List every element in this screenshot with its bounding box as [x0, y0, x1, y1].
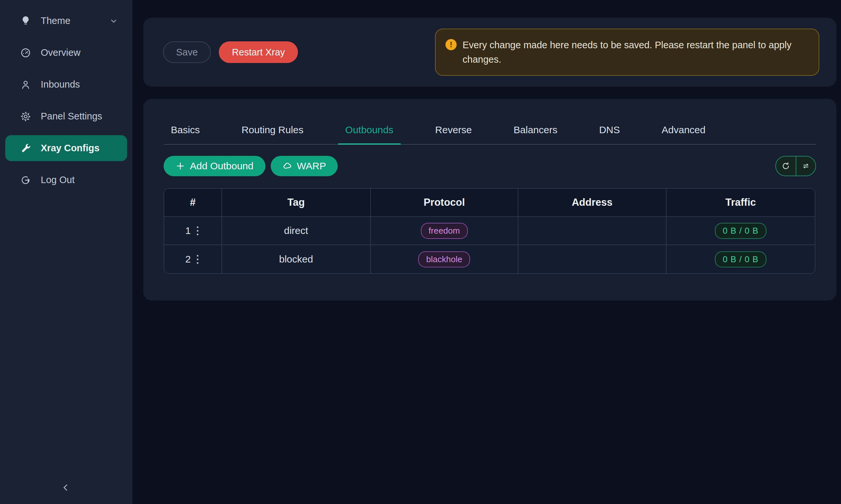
add-outbound-button[interactable]: Add Outbound: [164, 156, 265, 176]
tab-routing-rules[interactable]: Routing Rules: [234, 124, 310, 144]
content-area: Save Restart Xray ! Every change made he…: [132, 0, 841, 504]
address-cell: [518, 217, 667, 245]
gear-icon: [20, 111, 32, 122]
warp-label: WARP: [297, 160, 326, 172]
config-tabs: Basics Routing Rules Outbounds Reverse B…: [164, 99, 816, 145]
traffic-cell: 0 B / 0 B: [667, 245, 815, 273]
plus-icon: [175, 161, 185, 171]
tab-advanced[interactable]: Advanced: [654, 124, 713, 144]
sidebar-item-overview[interactable]: Overview: [5, 40, 127, 66]
traffic-badge: 0 B / 0 B: [715, 223, 767, 239]
tab-balancers[interactable]: Balancers: [506, 124, 564, 144]
warning-text: Every change made here needs to be saved…: [463, 38, 809, 67]
sidebar: Theme Overview Inbounds Panel Settings X…: [0, 0, 132, 504]
tab-basics[interactable]: Basics: [164, 124, 207, 144]
protocol-badge: freedom: [421, 223, 468, 239]
chevron-left-icon: [61, 483, 71, 494]
wrench-icon: [20, 142, 32, 154]
sidebar-item-panel-settings[interactable]: Panel Settings: [5, 103, 127, 129]
warp-button[interactable]: WARP: [271, 156, 338, 176]
column-header-address: Address: [518, 189, 667, 217]
logout-icon: [20, 174, 32, 186]
tab-dns[interactable]: DNS: [592, 124, 627, 144]
refresh-button[interactable]: [776, 157, 796, 176]
protocol-badge: blackhole: [418, 251, 470, 267]
repeat-button[interactable]: [796, 157, 816, 176]
refresh-icon: [781, 161, 790, 170]
sidebar-item-label: Xray Configs: [41, 143, 100, 154]
warning-icon: !: [445, 39, 457, 50]
save-button[interactable]: Save: [163, 41, 211, 63]
row-menu-trigger[interactable]: [195, 253, 201, 266]
sidebar-item-theme[interactable]: Theme: [5, 8, 127, 34]
tag-cell: direct: [222, 217, 371, 245]
row-index: 1: [185, 225, 191, 236]
column-header-protocol: Protocol: [371, 189, 518, 217]
toolbar-card: Save Restart Xray ! Every change made he…: [143, 18, 836, 87]
protocol-cell: blackhole: [371, 245, 518, 273]
address-cell: [518, 245, 667, 273]
sidebar-item-label: Theme: [41, 15, 70, 26]
table-tools-group: [775, 156, 816, 176]
sidebar-item-inbounds[interactable]: Inbounds: [5, 72, 127, 97]
chevron-down-icon: [109, 17, 118, 25]
person-icon: [20, 79, 32, 91]
sidebar-item-log-out[interactable]: Log Out: [5, 167, 127, 193]
sidebar-item-label: Panel Settings: [41, 111, 102, 122]
sidebar-item-label: Log Out: [41, 175, 74, 185]
restart-warning-alert: ! Every change made here needs to be sav…: [435, 29, 819, 76]
dashboard-icon: [20, 47, 32, 59]
sidebar-item-label: Overview: [41, 47, 81, 58]
repeat-icon: [801, 161, 810, 170]
column-header-traffic: Traffic: [667, 189, 815, 217]
tab-outbounds[interactable]: Outbounds: [338, 124, 401, 144]
protocol-cell: freedom: [371, 217, 518, 245]
traffic-cell: 0 B / 0 B: [667, 217, 815, 245]
lightbulb-icon: [20, 15, 32, 27]
table-row: 1 direct freedom 0 B / 0 B: [164, 217, 815, 245]
outbounds-table: # Tag Protocol Address Traffic 1 direct: [164, 188, 816, 274]
cloud-icon: [282, 161, 292, 171]
column-header-index: #: [164, 189, 222, 217]
add-outbound-label: Add Outbound: [190, 160, 254, 172]
sidebar-item-xray-configs[interactable]: Xray Configs: [5, 135, 127, 161]
outbounds-actions-row: Add Outbound WARP: [164, 156, 816, 176]
tag-cell: blocked: [222, 245, 371, 273]
xray-configs-card: Basics Routing Rules Outbounds Reverse B…: [143, 99, 836, 301]
sidebar-collapse-button[interactable]: [56, 479, 75, 498]
row-index: 2: [185, 254, 191, 265]
traffic-badge: 0 B / 0 B: [715, 251, 767, 267]
tab-reverse[interactable]: Reverse: [428, 124, 479, 144]
column-header-tag: Tag: [222, 189, 371, 217]
table-row: 2 blocked blackhole 0 B / 0 B: [164, 245, 815, 273]
row-menu-trigger[interactable]: [195, 224, 201, 237]
sidebar-item-label: Inbounds: [41, 79, 80, 90]
restart-xray-button[interactable]: Restart Xray: [219, 41, 298, 63]
